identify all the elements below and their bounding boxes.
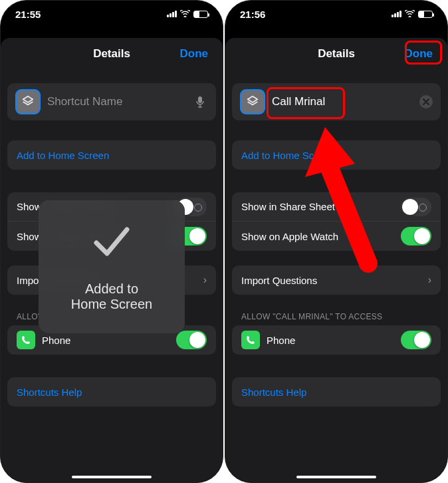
wifi-icon [180, 9, 190, 19]
cellular-signal-icon [392, 11, 401, 17]
status-time: 21:55 [15, 9, 41, 20]
shortcut-name-input[interactable]: Shortcut Name [47, 95, 185, 108]
battery-icon [418, 11, 433, 18]
allow-phone-row[interactable]: Phone [232, 325, 441, 355]
shortcuts-help-button[interactable]: Shortcuts Help [232, 377, 441, 406]
svg-rect-0 [198, 96, 202, 103]
status-bar: 21:55 [1, 1, 223, 27]
battery-icon [193, 11, 208, 18]
shortcut-name-row[interactable]: Shortcut Name [7, 83, 216, 120]
chevron-right-icon: › [203, 274, 207, 286]
add-to-home-screen-button[interactable]: Add to Home Screen [7, 140, 216, 170]
phone-access-toggle[interactable] [176, 331, 207, 349]
toast-line2: Home Screen [71, 297, 152, 312]
clear-text-icon[interactable] [419, 95, 433, 108]
shortcut-app-icon[interactable] [15, 89, 41, 114]
wifi-icon [405, 9, 415, 19]
done-button[interactable]: Done [402, 38, 436, 70]
shortcut-app-icon[interactable] [240, 89, 265, 114]
status-icons [392, 9, 433, 19]
phone-app-icon [241, 331, 260, 349]
details-sheet: Details Done Call Mrinal Add to Home Scr… [225, 38, 447, 482]
status-icons [167, 9, 208, 19]
shortcuts-help-button[interactable]: Shortcuts Help [7, 377, 216, 406]
sheet-title: Details [318, 47, 355, 61]
home-indicator[interactable] [72, 476, 152, 478]
done-button[interactable]: Done [177, 38, 211, 70]
shortcut-name-row[interactable]: Call Mrinal [232, 83, 441, 120]
checkmark-icon [88, 222, 135, 271]
chevron-right-icon: › [428, 274, 431, 286]
show-in-share-sheet-row[interactable]: Show in Share Sheet [232, 192, 441, 222]
add-to-home-screen-button[interactable]: Add to Home Screen [232, 140, 441, 170]
sheet-title: Details [93, 47, 130, 61]
dictate-icon[interactable] [192, 94, 208, 110]
shortcut-name-input[interactable]: Call Mrinal [272, 95, 413, 108]
status-bar: 21:56 [225, 1, 447, 27]
phone-screenshot-left: 21:55 Details Done Shortcut Name [0, 0, 223, 483]
status-time: 21:56 [240, 9, 265, 20]
import-questions-row[interactable]: Import Questions › [232, 265, 441, 295]
show-on-apple-watch-row[interactable]: Show on Apple Watch [232, 222, 441, 251]
phone-access-toggle[interactable] [401, 331, 431, 349]
added-to-home-screen-toast: Added to Home Screen [39, 200, 185, 333]
toast-line1: Added to [85, 281, 138, 297]
share-sheet-toggle[interactable] [401, 198, 431, 216]
home-indicator[interactable] [296, 476, 376, 478]
sheet-header: Details Done [232, 38, 441, 70]
allow-section-header: ALLOW "CALL MRINAL" TO ACCESS [241, 312, 441, 321]
phone-app-icon [17, 331, 35, 349]
cellular-signal-icon [167, 11, 177, 17]
apple-watch-toggle[interactable] [401, 227, 431, 245]
sheet-header: Details Done [7, 38, 216, 70]
phone-screenshot-right: 21:56 Details Done Call Mrinal [225, 0, 448, 483]
